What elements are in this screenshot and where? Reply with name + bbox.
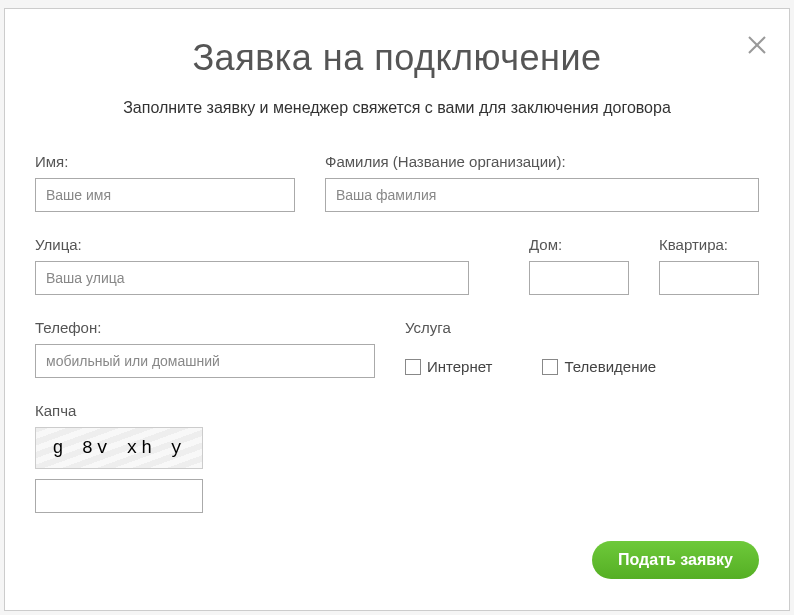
internet-checkbox[interactable]	[405, 359, 421, 375]
close-icon[interactable]	[747, 33, 767, 59]
tv-checkbox-label: Телевидение	[564, 358, 656, 375]
apartment-input[interactable]	[659, 261, 759, 295]
tv-checkbox[interactable]	[542, 359, 558, 375]
connection-request-modal: Заявка на подключение Заполните заявку и…	[4, 8, 790, 611]
tv-checkbox-wrapper[interactable]: Телевидение	[542, 358, 656, 375]
surname-input[interactable]	[325, 178, 759, 212]
modal-title: Заявка на подключение	[35, 37, 759, 79]
surname-label: Фамилия (Название организации):	[325, 153, 759, 170]
apartment-label: Квартира:	[659, 236, 759, 253]
street-label: Улица:	[35, 236, 469, 253]
captcha-image: g 8v xh y	[35, 427, 203, 469]
phone-input[interactable]	[35, 344, 375, 378]
phone-label: Телефон:	[35, 319, 375, 336]
house-label: Дом:	[529, 236, 629, 253]
service-label: Услуга	[405, 319, 759, 336]
captcha-label: Капча	[35, 402, 759, 419]
submit-button[interactable]: Подать заявку	[592, 541, 759, 579]
street-input[interactable]	[35, 261, 469, 295]
name-input[interactable]	[35, 178, 295, 212]
house-input[interactable]	[529, 261, 629, 295]
modal-subtitle: Заполните заявку и менеджер свяжется с в…	[35, 99, 759, 117]
captcha-input[interactable]	[35, 479, 203, 513]
name-label: Имя:	[35, 153, 295, 170]
internet-checkbox-label: Интернет	[427, 358, 492, 375]
internet-checkbox-wrapper[interactable]: Интернет	[405, 358, 492, 375]
